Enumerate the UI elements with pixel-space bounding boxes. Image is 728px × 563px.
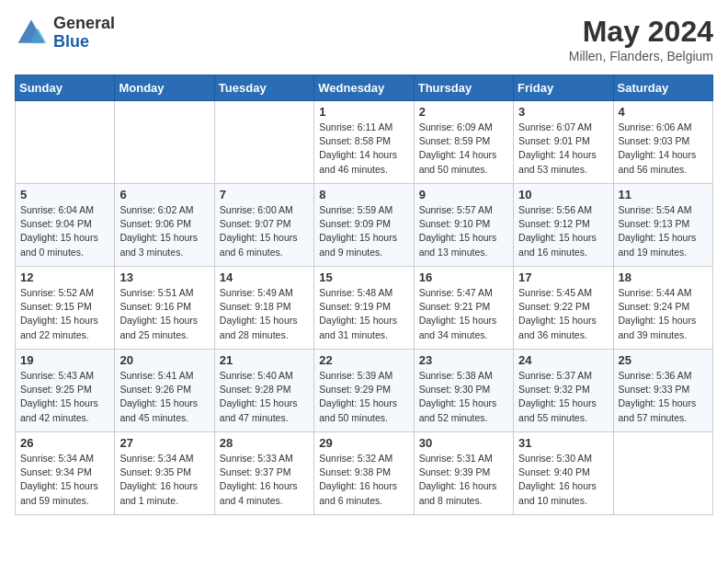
calendar-week-row: 19Sunrise: 5:43 AM Sunset: 9:25 PM Dayli…: [16, 350, 713, 432]
day-info: Sunrise: 5:48 AM Sunset: 9:19 PM Dayligh…: [319, 286, 408, 342]
day-number: 1: [319, 105, 408, 119]
day-info: Sunrise: 6:11 AM Sunset: 8:58 PM Dayligh…: [319, 121, 408, 177]
calendar-week-row: 26Sunrise: 5:34 AM Sunset: 9:34 PM Dayli…: [16, 432, 713, 515]
calendar-cell: 28Sunrise: 5:33 AM Sunset: 9:37 PM Dayli…: [214, 432, 313, 515]
day-info: Sunrise: 6:00 AM Sunset: 9:07 PM Dayligh…: [220, 203, 309, 259]
day-number: 13: [119, 270, 209, 284]
calendar-cell: 24Sunrise: 5:37 AM Sunset: 9:32 PM Dayli…: [514, 350, 613, 432]
calendar-cell: 6Sunrise: 6:02 AM Sunset: 9:06 PM Daylig…: [115, 184, 214, 267]
calendar-cell: 22Sunrise: 5:39 AM Sunset: 9:29 PM Dayli…: [314, 350, 414, 432]
day-number: 12: [20, 270, 109, 284]
calendar-cell: 25Sunrise: 5:36 AM Sunset: 9:33 PM Dayli…: [613, 350, 712, 432]
calendar-cell: 18Sunrise: 5:44 AM Sunset: 9:24 PM Dayli…: [613, 267, 712, 350]
day-info: Sunrise: 5:59 AM Sunset: 9:09 PM Dayligh…: [319, 203, 408, 259]
calendar-cell: 26Sunrise: 5:34 AM Sunset: 9:34 PM Dayli…: [16, 432, 115, 515]
calendar-cell: 16Sunrise: 5:47 AM Sunset: 9:21 PM Dayli…: [414, 267, 513, 350]
day-number: 3: [518, 105, 608, 119]
day-number: 2: [419, 105, 508, 119]
calendar-cell: 23Sunrise: 5:38 AM Sunset: 9:30 PM Dayli…: [414, 350, 513, 432]
calendar-table: SundayMondayTuesdayWednesdayThursdayFrid…: [15, 75, 713, 515]
calendar-cell: 5Sunrise: 6:04 AM Sunset: 9:04 PM Daylig…: [16, 184, 115, 267]
day-info: Sunrise: 5:45 AM Sunset: 9:22 PM Dayligh…: [518, 286, 608, 342]
day-number: 5: [20, 188, 109, 201]
logo: General Blue: [15, 15, 115, 52]
calendar-cell: 29Sunrise: 5:32 AM Sunset: 9:38 PM Dayli…: [314, 432, 414, 515]
calendar-cell: 2Sunrise: 6:09 AM Sunset: 8:59 PM Daylig…: [414, 101, 513, 184]
weekday-header: Friday: [514, 75, 613, 101]
day-info: Sunrise: 5:47 AM Sunset: 9:21 PM Dayligh…: [419, 286, 508, 342]
day-number: 6: [119, 188, 209, 201]
weekday-header: Tuesday: [214, 75, 313, 101]
day-info: Sunrise: 5:40 AM Sunset: 9:28 PM Dayligh…: [220, 369, 309, 425]
day-number: 21: [220, 353, 309, 367]
calendar-cell: 13Sunrise: 5:51 AM Sunset: 9:16 PM Dayli…: [115, 267, 214, 350]
calendar-header-row: SundayMondayTuesdayWednesdayThursdayFrid…: [16, 75, 713, 101]
day-info: Sunrise: 5:41 AM Sunset: 9:26 PM Dayligh…: [119, 369, 209, 425]
day-number: 22: [319, 353, 408, 367]
calendar-cell: 14Sunrise: 5:49 AM Sunset: 9:18 PM Dayli…: [214, 267, 313, 350]
location-subtitle: Millen, Flanders, Belgium: [569, 49, 713, 63]
calendar-cell: 7Sunrise: 6:00 AM Sunset: 9:07 PM Daylig…: [214, 184, 313, 267]
day-number: 18: [619, 270, 708, 284]
day-number: 30: [419, 436, 508, 450]
day-info: Sunrise: 5:37 AM Sunset: 9:32 PM Dayligh…: [518, 369, 608, 425]
day-info: Sunrise: 5:43 AM Sunset: 9:25 PM Dayligh…: [20, 369, 109, 425]
calendar-cell: 21Sunrise: 5:40 AM Sunset: 9:28 PM Dayli…: [214, 350, 313, 432]
day-info: Sunrise: 5:36 AM Sunset: 9:33 PM Dayligh…: [619, 369, 708, 425]
calendar-cell: 8Sunrise: 5:59 AM Sunset: 9:09 PM Daylig…: [314, 184, 414, 267]
page-header: General Blue May 2024 Millen, Flanders, …: [15, 15, 713, 63]
calendar-cell: 4Sunrise: 6:06 AM Sunset: 9:03 PM Daylig…: [613, 101, 712, 184]
logo-general: General: [53, 15, 115, 33]
day-info: Sunrise: 5:57 AM Sunset: 9:10 PM Dayligh…: [419, 203, 508, 259]
title-area: May 2024 Millen, Flanders, Belgium: [569, 15, 713, 63]
day-info: Sunrise: 6:07 AM Sunset: 9:01 PM Dayligh…: [518, 121, 608, 177]
day-number: 17: [518, 270, 608, 284]
day-number: 9: [419, 188, 508, 201]
day-info: Sunrise: 6:09 AM Sunset: 8:59 PM Dayligh…: [419, 121, 508, 177]
day-number: 7: [220, 188, 309, 201]
day-info: Sunrise: 6:02 AM Sunset: 9:06 PM Dayligh…: [119, 203, 209, 259]
calendar-cell: 11Sunrise: 5:54 AM Sunset: 9:13 PM Dayli…: [613, 184, 712, 267]
calendar-week-row: 5Sunrise: 6:04 AM Sunset: 9:04 PM Daylig…: [16, 184, 713, 267]
day-number: 10: [518, 188, 608, 201]
day-info: Sunrise: 5:52 AM Sunset: 9:15 PM Dayligh…: [20, 286, 109, 342]
day-info: Sunrise: 6:04 AM Sunset: 9:04 PM Dayligh…: [20, 203, 109, 259]
calendar-cell: 20Sunrise: 5:41 AM Sunset: 9:26 PM Dayli…: [115, 350, 214, 432]
logo-icon: [15, 17, 48, 50]
calendar-week-row: 12Sunrise: 5:52 AM Sunset: 9:15 PM Dayli…: [16, 267, 713, 350]
day-info: Sunrise: 5:44 AM Sunset: 9:24 PM Dayligh…: [619, 286, 708, 342]
calendar-cell: [214, 101, 313, 184]
calendar-cell: 17Sunrise: 5:45 AM Sunset: 9:22 PM Dayli…: [514, 267, 613, 350]
month-year-title: May 2024: [569, 15, 713, 49]
weekday-header: Wednesday: [314, 75, 414, 101]
day-number: 19: [20, 353, 109, 367]
calendar-cell: [115, 101, 214, 184]
day-number: 23: [419, 353, 508, 367]
calendar-cell: 15Sunrise: 5:48 AM Sunset: 9:19 PM Dayli…: [314, 267, 414, 350]
day-number: 4: [619, 105, 708, 119]
calendar-cell: 1Sunrise: 6:11 AM Sunset: 8:58 PM Daylig…: [314, 101, 414, 184]
day-number: 26: [20, 436, 109, 450]
day-number: 11: [619, 188, 708, 201]
day-info: Sunrise: 5:31 AM Sunset: 9:39 PM Dayligh…: [419, 452, 508, 508]
day-info: Sunrise: 5:34 AM Sunset: 9:35 PM Dayligh…: [119, 452, 209, 508]
day-number: 16: [419, 270, 508, 284]
day-info: Sunrise: 5:34 AM Sunset: 9:34 PM Dayligh…: [20, 452, 109, 508]
calendar-cell: 9Sunrise: 5:57 AM Sunset: 9:10 PM Daylig…: [414, 184, 513, 267]
logo-blue: Blue: [53, 33, 115, 52]
day-number: 24: [518, 353, 608, 367]
calendar-cell: 30Sunrise: 5:31 AM Sunset: 9:39 PM Dayli…: [414, 432, 513, 515]
day-number: 27: [119, 436, 209, 450]
logo-text: General Blue: [53, 15, 115, 52]
day-info: Sunrise: 5:30 AM Sunset: 9:40 PM Dayligh…: [518, 452, 608, 508]
day-info: Sunrise: 5:56 AM Sunset: 9:12 PM Dayligh…: [518, 203, 608, 259]
calendar-cell: 3Sunrise: 6:07 AM Sunset: 9:01 PM Daylig…: [514, 101, 613, 184]
calendar-cell: 10Sunrise: 5:56 AM Sunset: 9:12 PM Dayli…: [514, 184, 613, 267]
calendar-week-row: 1Sunrise: 6:11 AM Sunset: 8:58 PM Daylig…: [16, 101, 713, 184]
calendar-cell: 19Sunrise: 5:43 AM Sunset: 9:25 PM Dayli…: [16, 350, 115, 432]
day-info: Sunrise: 5:39 AM Sunset: 9:29 PM Dayligh…: [319, 369, 408, 425]
calendar-cell: [16, 101, 115, 184]
weekday-header: Saturday: [613, 75, 712, 101]
weekday-header: Sunday: [16, 75, 115, 101]
day-number: 8: [319, 188, 408, 201]
